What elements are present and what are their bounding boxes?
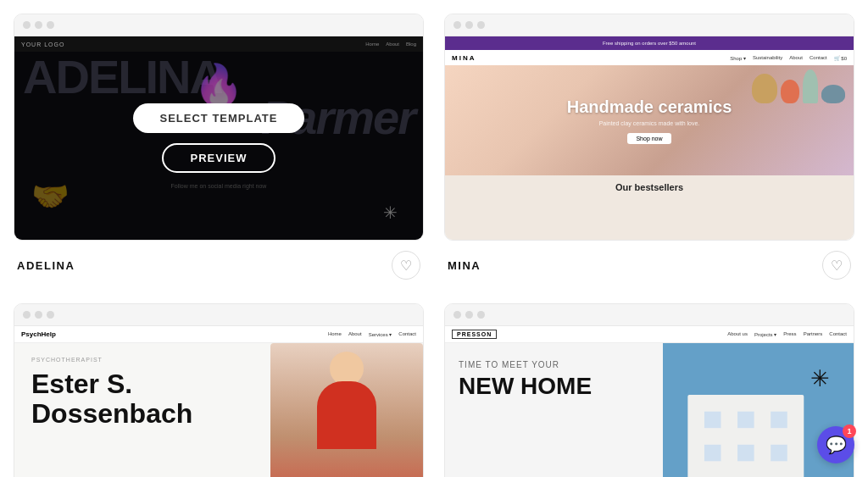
mina-logo: MINA xyxy=(452,54,476,62)
psychhelp-preview[interactable]: PsychHelp Home About Services ▾ Contact … xyxy=(14,303,424,477)
mina-bestsellers: Our bestsellers xyxy=(445,175,854,199)
adelina-favorite-button[interactable]: ♡ xyxy=(392,251,420,280)
presson-left: TIME TO MEET YOUR NEW HOME xyxy=(445,343,663,477)
dot-1 xyxy=(453,21,461,29)
dot-2 xyxy=(35,311,42,319)
adelina-name: ADELINA xyxy=(17,259,75,272)
mina-name: MINA xyxy=(448,259,481,272)
adelina-navbar: YOUR LOGO Home About Blog xyxy=(14,36,423,52)
mina-background: Free shipping on orders over $50 amount … xyxy=(445,36,854,240)
window-bar-presson xyxy=(445,304,854,326)
adelina-footer: ADELINA ♡ xyxy=(14,241,424,283)
dot-1 xyxy=(453,311,461,319)
dot-3 xyxy=(47,21,54,29)
mina-hero-title: Handmade ceramics xyxy=(567,97,732,117)
svg-rect-3 xyxy=(771,412,787,429)
window-bar-psychhelp xyxy=(14,304,423,326)
adelina-select-button[interactable]: SELECT TEMPLATE xyxy=(133,103,305,133)
mina-image: Free shipping on orders over $50 amount … xyxy=(445,36,854,240)
mina-nav-links: Shop ▾ Sustainability About Contact 🛒 $0 xyxy=(730,55,847,61)
adelina-overlay: SELECT TEMPLATE PREVIEW xyxy=(14,36,423,240)
presson-content: TIME TO MEET YOUR NEW HOME xyxy=(445,343,854,477)
svg-rect-2 xyxy=(737,412,754,429)
window-bar-mina xyxy=(445,14,854,36)
template-grid: YOUR LOGO Home About Blog ADELINA Parmer… xyxy=(14,14,854,477)
psychhelp-image: PsychHelp Home About Services ▾ Contact … xyxy=(14,326,423,477)
adelina-image: YOUR LOGO Home About Blog ADELINA Parmer… xyxy=(14,36,423,240)
ceramic-3 xyxy=(803,69,818,103)
psychhelp-navbar: PsychHelp Home About Services ▾ Contact xyxy=(14,326,423,343)
presson-navbar: PRESSON About us Projects ▾ Press Partne… xyxy=(445,326,854,343)
adelina-logo: YOUR LOGO xyxy=(21,42,64,47)
presson-image: PRESSON About us Projects ▾ Press Partne… xyxy=(445,326,854,477)
adelina-preview[interactable]: YOUR LOGO Home About Blog ADELINA Parmer… xyxy=(14,14,424,241)
mina-bestsellers-title: Our bestsellers xyxy=(452,182,847,192)
presson-background: PRESSON About us Projects ▾ Press Partne… xyxy=(445,326,854,477)
adelina-nav: Home About Blog xyxy=(365,42,416,47)
svg-rect-1 xyxy=(704,412,721,429)
dot-3 xyxy=(47,311,54,319)
presson-nav: About us Projects ▾ Press Partners Conta… xyxy=(727,331,847,337)
dot-2 xyxy=(465,21,473,29)
presson-tagline: TIME TO MEET YOUR xyxy=(459,360,649,369)
mina-navbar: MINA Shop ▾ Sustainability About Contact… xyxy=(445,50,854,65)
presson-title: NEW HOME xyxy=(459,374,649,398)
svg-rect-6 xyxy=(771,445,787,462)
window-bar-adelina xyxy=(14,14,423,36)
dot-2 xyxy=(465,311,473,319)
chat-bubble[interactable]: 💬 1 xyxy=(817,426,854,463)
mina-footer: MINA ♡ xyxy=(444,241,854,283)
adelina-background: YOUR LOGO Home About Blog ADELINA Parmer… xyxy=(14,36,423,240)
chat-badge: 1 xyxy=(843,424,856,438)
dot-2 xyxy=(35,21,42,29)
svg-rect-4 xyxy=(704,445,721,462)
psychhelp-photo xyxy=(270,343,423,477)
mina-topbar: Free shipping on orders over $50 amount xyxy=(445,36,854,50)
presson-logo: PRESSON xyxy=(452,330,497,339)
template-card-presson: PRESSON About us Projects ▾ Press Partne… xyxy=(444,303,854,477)
psychhelp-nav: Home About Services ▾ Contact xyxy=(328,331,416,337)
template-card-psychhelp: PsychHelp Home About Services ▾ Contact … xyxy=(14,303,424,477)
svg-text:✳: ✳ xyxy=(810,365,830,391)
dot-1 xyxy=(23,21,31,29)
ceramic-1 xyxy=(752,74,777,103)
psychhelp-content: PSYCHOTHERAPIST Ester S. Dossenbach xyxy=(14,343,423,477)
mina-hero-sub: Painted clay ceramics made with love. xyxy=(599,120,700,126)
mina-preview[interactable]: Free shipping on orders over $50 amount … xyxy=(444,14,854,241)
svg-rect-0 xyxy=(687,395,804,477)
template-card-adelina: YOUR LOGO Home About Blog ADELINA Parmer… xyxy=(14,14,424,283)
mina-shop-button[interactable]: Shop now xyxy=(627,133,670,144)
psychhelp-background: PsychHelp Home About Services ▾ Contact … xyxy=(14,326,423,477)
chat-icon: 💬 xyxy=(826,435,847,455)
dot-3 xyxy=(477,311,485,319)
mina-topbar-text: Free shipping on orders over $50 amount xyxy=(603,41,696,46)
dot-3 xyxy=(477,21,485,29)
ceramic-4 xyxy=(821,85,845,103)
psychhelp-person xyxy=(270,343,423,477)
psychhelp-logo: PsychHelp xyxy=(21,330,56,338)
mina-hero: Handmade ceramics Painted clay ceramics … xyxy=(445,65,854,175)
ceramic-decorations xyxy=(752,69,845,103)
svg-rect-5 xyxy=(737,445,754,462)
mina-favorite-button[interactable]: ♡ xyxy=(822,251,851,280)
dot-1 xyxy=(23,311,31,319)
adelina-preview-button[interactable]: PREVIEW xyxy=(162,143,276,173)
ceramic-2 xyxy=(781,80,799,103)
template-card-mina: Free shipping on orders over $50 amount … xyxy=(444,14,854,283)
presson-preview[interactable]: PRESSON About us Projects ▾ Press Partne… xyxy=(444,303,854,477)
